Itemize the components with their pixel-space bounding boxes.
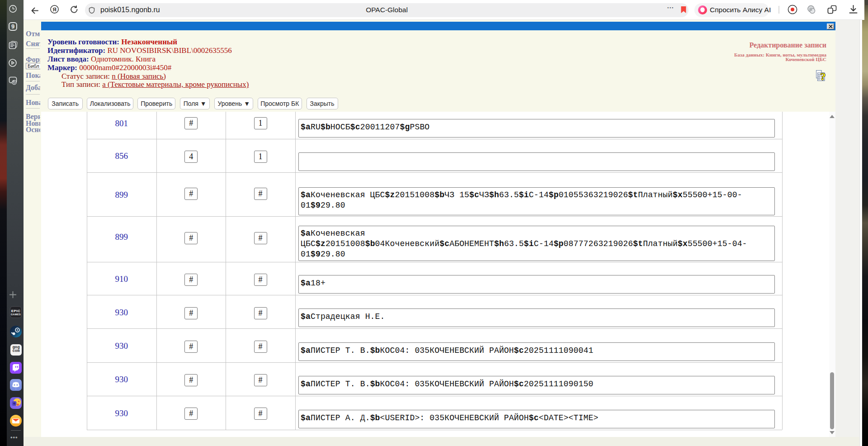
svg-text:?: ? bbox=[821, 70, 826, 81]
svg-text:Я: Я bbox=[53, 7, 57, 12]
